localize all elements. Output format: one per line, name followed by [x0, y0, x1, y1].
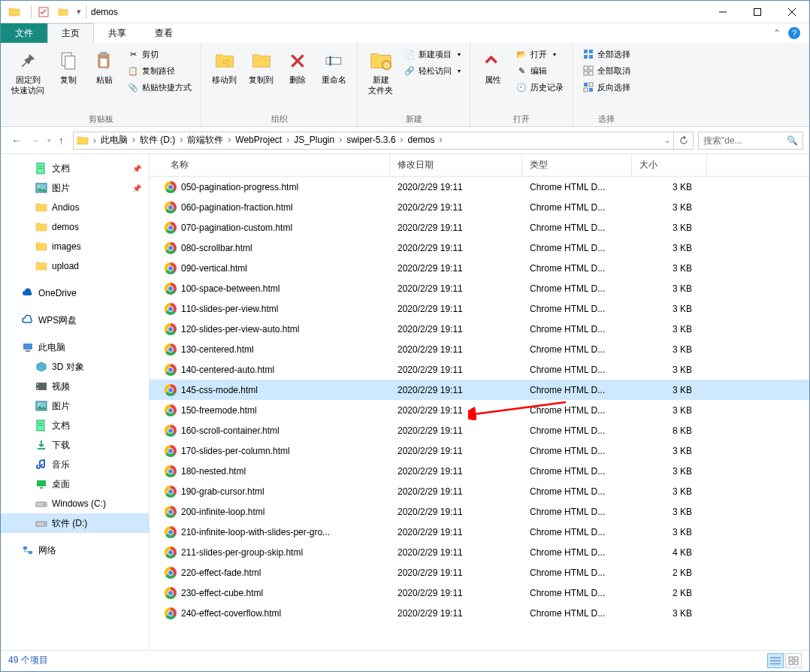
- navigation-pane[interactable]: 文档📌图片📌AndiosdemosimagesuploadOneDriveWPS…: [1, 154, 150, 650]
- breadcrumb[interactable]: › 此电脑›软件 (D:)›前端软件›WebProject›JS_Plugin›…: [73, 132, 674, 150]
- file-row[interactable]: 230-effect-cube.html2020/2/29 19:11Chrom…: [150, 583, 809, 603]
- sidebar-item[interactable]: images: [1, 237, 149, 256]
- select-none-button[interactable]: 全部取消: [579, 62, 633, 79]
- file-row[interactable]: 145-css-mode.html2020/2/29 19:11Chrome H…: [150, 380, 809, 400]
- column-header-type[interactable]: 类型: [522, 154, 632, 176]
- ribbon-collapse-icon[interactable]: ⌃: [773, 28, 781, 38]
- select-all-button[interactable]: 全部选择: [579, 46, 633, 62]
- chevron-right-icon[interactable]: ›: [92, 135, 98, 146]
- edit-button[interactable]: ✎编辑: [512, 62, 567, 79]
- breadcrumb-item[interactable]: 软件 (D:): [137, 135, 178, 145]
- breadcrumb-item[interactable]: 前端软件: [184, 135, 226, 145]
- properties-button[interactable]: 属性: [476, 46, 509, 88]
- easy-access-button[interactable]: 🔗轻松访问▾: [400, 62, 464, 79]
- invert-selection-button[interactable]: 反向选择: [579, 79, 633, 95]
- close-button[interactable]: [775, 1, 809, 23]
- chevron-right-icon[interactable]: ›: [399, 135, 405, 145]
- file-row[interactable]: 120-slides-per-view-auto.html2020/2/29 1…: [150, 319, 809, 339]
- new-folder-button[interactable]: 新建 文件夹: [364, 46, 397, 98]
- search-input[interactable]: 🔍: [698, 132, 803, 150]
- breadcrumb-item[interactable]: WebProject: [232, 135, 285, 145]
- copy-to-button[interactable]: 复制到: [244, 46, 278, 88]
- sidebar-item[interactable]: 3D 对象: [1, 357, 149, 377]
- maximize-button[interactable]: [740, 1, 775, 23]
- sidebar-item[interactable]: Windows (C:): [1, 494, 149, 513]
- address-dropdown-icon[interactable]: ⌄: [664, 136, 670, 144]
- file-row[interactable]: 200-infinite-loop.html2020/2/29 19:11Chr…: [150, 501, 809, 522]
- open-button[interactable]: 📂打开▾: [512, 46, 567, 62]
- sidebar-item[interactable]: 桌面: [1, 474, 149, 494]
- file-row[interactable]: 060-pagination-fraction.html2020/2/29 19…: [150, 197, 809, 217]
- file-row[interactable]: 130-centered.html2020/2/29 19:11Chrome H…: [150, 339, 809, 359]
- minimize-button[interactable]: [706, 1, 740, 23]
- help-icon[interactable]: ?: [788, 27, 800, 39]
- file-row[interactable]: 240-effect-coverflow.html2020/2/29 19:11…: [150, 603, 809, 623]
- tab-file[interactable]: 文件: [1, 23, 47, 43]
- sidebar-item[interactable]: upload: [1, 256, 149, 276]
- tab-home[interactable]: 主页: [47, 23, 94, 43]
- view-details-button[interactable]: [767, 653, 784, 668]
- column-header-name[interactable]: 名称: [150, 154, 390, 176]
- tab-share[interactable]: 共享: [94, 23, 141, 43]
- refresh-button[interactable]: [674, 132, 694, 150]
- file-row[interactable]: 100-space-between.html2020/2/29 19:11Chr…: [150, 278, 809, 298]
- column-header-date[interactable]: 修改日期: [390, 154, 522, 176]
- sidebar-item[interactable]: 图片: [1, 396, 149, 416]
- rename-button[interactable]: 重命名: [317, 46, 351, 88]
- copy-path-button[interactable]: 📋复制路径: [124, 62, 195, 79]
- sidebar-item[interactable]: 文档: [1, 416, 149, 435]
- breadcrumb-item[interactable]: 此电脑: [98, 135, 131, 145]
- file-row[interactable]: 160-scroll-container.html2020/2/29 19:11…: [150, 420, 809, 440]
- paste-button[interactable]: 粘贴: [88, 46, 121, 88]
- up-button[interactable]: ↑: [59, 135, 64, 147]
- delete-button[interactable]: 删除: [281, 46, 314, 88]
- chevron-right-icon[interactable]: ›: [131, 135, 137, 145]
- sidebar-item[interactable]: 网络: [1, 540, 149, 560]
- qat-dropdown-icon[interactable]: ▾: [77, 7, 81, 17]
- file-row[interactable]: 210-infinite-loop-with-slides-per-gro...…: [150, 522, 809, 542]
- qat-properties-icon[interactable]: [36, 5, 51, 20]
- cut-button[interactable]: ✂剪切: [124, 46, 195, 62]
- breadcrumb-item[interactable]: swiper-5.3.6: [343, 135, 398, 145]
- folder-icon[interactable]: [56, 5, 71, 20]
- file-row[interactable]: 110-slides-per-view.html2020/2/29 19:11C…: [150, 298, 809, 319]
- forward-button[interactable]: →: [29, 135, 40, 147]
- paste-shortcut-button[interactable]: 📎粘贴快捷方式: [124, 79, 195, 95]
- sidebar-item[interactable]: 音乐: [1, 455, 149, 474]
- pin-to-quick-access-button[interactable]: 固定到 快速访问: [7, 46, 49, 98]
- sidebar-item[interactable]: demos: [1, 217, 149, 237]
- view-large-icons-button[interactable]: [785, 653, 802, 668]
- sidebar-item[interactable]: 下载: [1, 435, 149, 455]
- column-header-size[interactable]: 大小: [632, 154, 707, 176]
- file-row[interactable]: 070-pagination-custom.html2020/2/29 19:1…: [150, 217, 809, 238]
- chevron-right-icon[interactable]: ›: [285, 135, 291, 145]
- sidebar-item[interactable]: WPS网盘: [1, 310, 149, 330]
- file-row[interactable]: 050-pagination-progress.html2020/2/29 19…: [150, 177, 809, 197]
- history-button[interactable]: 🕘历史记录: [512, 79, 567, 95]
- move-to-button[interactable]: 移动到: [207, 46, 241, 88]
- sidebar-item[interactable]: 图片📌: [1, 178, 149, 198]
- search-field[interactable]: [703, 135, 787, 146]
- sidebar-item[interactable]: 软件 (D:): [1, 513, 149, 533]
- file-list[interactable]: 050-pagination-progress.html2020/2/29 19…: [150, 177, 809, 650]
- file-row[interactable]: 080-scrollbar.html2020/2/29 19:11Chrome …: [150, 238, 809, 258]
- file-row[interactable]: 170-slides-per-column.html2020/2/29 19:1…: [150, 440, 809, 461]
- sidebar-item[interactable]: OneDrive: [1, 283, 149, 303]
- file-row[interactable]: 090-vertical.html2020/2/29 19:11Chrome H…: [150, 258, 809, 278]
- recent-dropdown-icon[interactable]: ▾: [47, 137, 51, 144]
- back-button[interactable]: ←: [11, 135, 22, 147]
- sidebar-item[interactable]: Andios: [1, 198, 149, 217]
- breadcrumb-item[interactable]: JS_Plugin: [291, 135, 337, 145]
- file-row[interactable]: 220-effect-fade.html2020/2/29 19:11Chrom…: [150, 562, 809, 583]
- breadcrumb-item[interactable]: demos: [405, 135, 438, 145]
- copy-button[interactable]: 复制: [52, 46, 85, 88]
- new-item-button[interactable]: 📄新建项目▾: [400, 46, 464, 62]
- sidebar-item[interactable]: 此电脑: [1, 338, 149, 357]
- file-row[interactable]: 190-grab-cursor.html2020/2/29 19:11Chrom…: [150, 481, 809, 501]
- file-row[interactable]: 211-slides-per-group-skip.html2020/2/29 …: [150, 542, 809, 562]
- tab-view[interactable]: 查看: [141, 23, 187, 43]
- file-row[interactable]: 140-centered-auto.html2020/2/29 19:11Chr…: [150, 359, 809, 380]
- chevron-right-icon[interactable]: ›: [337, 135, 343, 145]
- chevron-right-icon[interactable]: ›: [438, 135, 444, 145]
- file-row[interactable]: 150-freemode.html2020/2/29 19:11Chrome H…: [150, 400, 809, 420]
